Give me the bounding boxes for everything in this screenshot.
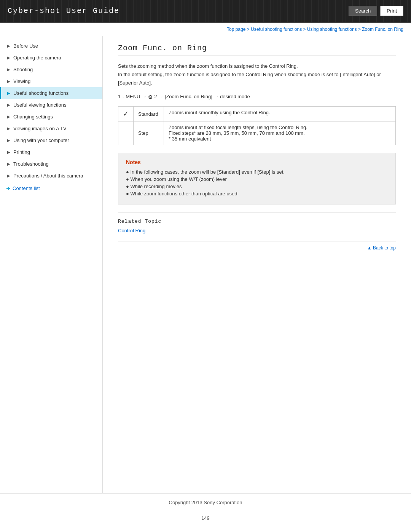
gear-icon: ⚙ [148, 94, 153, 100]
step-instruction: 1．MENU → ⚙ 2 → [Zoom Func. on Ring] → de… [118, 93, 396, 100]
arrow-icon: ▶ [7, 103, 10, 107]
arrow-icon: ▶ [7, 126, 10, 131]
notes-item: In the following cases, the zoom will be… [126, 169, 388, 197]
zoom-func-table: ✓ Standard Zooms in/out smoothly using t… [118, 106, 396, 145]
arrow-icon: ▶ [7, 79, 10, 83]
sidebar-label: Before Use [13, 43, 38, 49]
contents-list-link[interactable]: ➜ Contents list [0, 182, 102, 195]
table-row-standard: ✓ Standard Zooms in/out smoothly using t… [118, 107, 396, 121]
sidebar-item-before-use[interactable]: ▶ Before Use [0, 40, 102, 52]
related-topic-title: Related Topic [118, 219, 396, 224]
page-footer: Copyright 2013 Sony Corporation [0, 493, 411, 511]
desc-cell-step: Zooms in/out at fixed focal length steps… [164, 121, 396, 145]
sidebar-item-viewing[interactable]: ▶ Viewing [0, 75, 102, 87]
sidebar-label: Useful shooting functions [13, 90, 68, 96]
label-cell-standard: Standard [134, 107, 164, 121]
page-header: Cyber-shot User Guide Search Print [0, 0, 411, 23]
description: Sets the zooming method when the zoom fu… [118, 62, 396, 87]
sidebar-label: Shooting [13, 67, 33, 72]
table-row-step: Step Zooms in/out at fixed focal length … [118, 121, 396, 145]
sidebar-item-shooting[interactable]: ▶ Shooting [0, 64, 102, 75]
arrow-right-icon: ➜ [6, 185, 10, 191]
arrow-icon: ▶ [7, 174, 10, 178]
breadcrumb-useful-shooting[interactable]: Useful shooting functions [251, 27, 302, 32]
sidebar-item-operating[interactable]: ▶ Operating the camera [0, 52, 102, 64]
notes-title: Notes [126, 159, 388, 165]
sidebar-label: Troubleshooting [13, 161, 49, 167]
arrow-icon: ▶ [7, 162, 10, 166]
sidebar: ▶ Before Use ▶ Operating the camera ▶ Sh… [0, 36, 103, 493]
main-layout: ▶ Before Use ▶ Operating the camera ▶ Sh… [0, 36, 411, 493]
sidebar-item-troubleshooting[interactable]: ▶ Troubleshooting [0, 158, 102, 170]
sidebar-label: Changing settings [13, 114, 53, 120]
desc-cell-standard: Zooms in/out smoothly using the Control … [164, 107, 396, 121]
sidebar-label: Useful viewing functions [13, 102, 66, 108]
breadcrumb-current: Zoom Func. on Ring [362, 27, 403, 32]
sidebar-item-using-computer[interactable]: ▶ Using with your computer [0, 134, 102, 146]
arrow-icon: ▶ [7, 115, 10, 119]
check-cell-step [118, 121, 134, 145]
header-controls: Search Print [349, 6, 403, 16]
notes-subitem-3: While zoom functions other than optical … [126, 191, 388, 197]
arrow-icon: ▶ [7, 44, 10, 48]
sidebar-item-precautions[interactable]: ▶ Precautions / About this camera [0, 170, 102, 182]
sidebar-label: Operating the camera [13, 55, 61, 61]
sidebar-item-printing[interactable]: ▶ Printing [0, 146, 102, 158]
label-cell-step: Step [134, 121, 164, 145]
back-to-top[interactable]: ▲ Back to top [118, 241, 396, 254]
check-cell-standard: ✓ [118, 107, 134, 121]
sidebar-item-changing-settings[interactable]: ▶ Changing settings [0, 111, 102, 123]
step-text-2: 2 → [Zoom Func. on Ring] → desired mode [153, 94, 250, 99]
back-to-top-link[interactable]: ▲ Back to top [367, 245, 396, 251]
sidebar-label: Using with your computer [13, 137, 69, 143]
arrow-icon: ▶ [7, 91, 10, 95]
sidebar-label: Precautions / About this camera [13, 173, 83, 179]
arrow-icon: ▶ [7, 67, 10, 72]
main-content: Zoom Func. on Ring Sets the zooming meth… [103, 36, 411, 493]
notes-list: In the following cases, the zoom will be… [126, 169, 388, 197]
arrow-icon: ▶ [7, 138, 10, 142]
breadcrumb: Top page > Useful shooting functions > U… [0, 23, 411, 36]
notes-subitem-2: While recording movies [126, 184, 388, 189]
notes-box: Notes In the following cases, the zoom w… [118, 153, 396, 204]
sidebar-item-viewing-tv[interactable]: ▶ Viewing images on a TV [0, 123, 102, 134]
app-title: Cyber-shot User Guide [8, 6, 119, 15]
description-line1: Sets the zooming method when the zoom fu… [118, 62, 396, 70]
sidebar-item-useful-shooting[interactable]: ▶ Useful shooting functions [0, 87, 102, 99]
description-line2: In the default setting, the zoom functio… [118, 70, 396, 87]
breadcrumb-using-shooting[interactable]: Using shooting functions [307, 27, 357, 32]
page-title: Zoom Func. on Ring [118, 44, 396, 56]
sidebar-item-useful-viewing[interactable]: ▶ Useful viewing functions [0, 99, 102, 111]
search-button[interactable]: Search [349, 6, 377, 16]
sidebar-label: Viewing [13, 78, 30, 84]
step-text-1: 1．MENU → [118, 94, 148, 99]
sidebar-label: Printing [13, 149, 30, 155]
sidebar-label: Viewing images on a TV [13, 126, 67, 131]
checkmark-icon: ✓ [123, 110, 129, 118]
notes-sublist: When you zoom using the W/T (zoom) lever… [126, 176, 388, 197]
arrow-icon: ▶ [7, 150, 10, 154]
related-topic: Related Topic Control Ring [118, 212, 396, 233]
control-ring-link[interactable]: Control Ring [118, 228, 145, 233]
breadcrumb-top[interactable]: Top page [227, 27, 245, 32]
notes-subitem-1: When you zoom using the W/T (zoom) lever [126, 176, 388, 182]
page-number: 149 [0, 511, 411, 525]
copyright-text: Copyright 2013 Sony Corporation [169, 500, 242, 505]
contents-list-label: Contents list [13, 185, 40, 191]
print-button[interactable]: Print [380, 6, 403, 16]
arrow-icon: ▶ [7, 56, 10, 60]
